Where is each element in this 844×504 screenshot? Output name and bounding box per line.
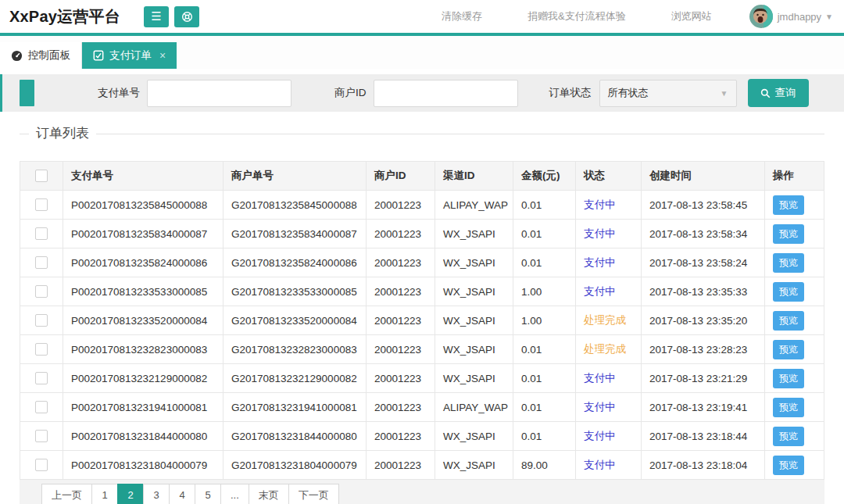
select-all-checkbox[interactable] (35, 170, 48, 182)
order-status-select[interactable]: 所有状态 ▼ (599, 80, 737, 107)
col-mch-id: 商户ID (367, 162, 435, 191)
sidebar-toggle-button[interactable]: ☰ (144, 6, 169, 27)
table-row: P0020170813235834000087 G201708132358340… (20, 220, 824, 248)
amount-cell: 0.01 (513, 220, 576, 248)
section-title: 订单列表 (29, 124, 96, 142)
created-at-cell: 2017-08-13 23:19:41 (642, 393, 765, 422)
mch-order-no-cell: G20170813235824000086 (224, 248, 367, 277)
amount-cell: 1.00 (513, 306, 576, 335)
amount-cell: 89.00 (513, 451, 576, 480)
pagination-button[interactable]: 3 (143, 484, 170, 504)
status-text: 支付中 (584, 227, 616, 239)
preview-button[interactable]: 预览 (773, 311, 804, 331)
preview-button[interactable]: 预览 (773, 427, 804, 446)
tab-payment-orders[interactable]: 支付订单 × (82, 42, 177, 69)
row-checkbox[interactable] (35, 198, 48, 211)
topbar: XxPay运营平台 ☰ 清除缓存 捐赠我&支付流程体验 浏览网站 (0, 0, 844, 33)
col-created-at: 创建时间 (642, 162, 765, 191)
preview-button[interactable]: 预览 (773, 340, 804, 359)
merchant-id-input[interactable] (374, 80, 518, 107)
order-status-label: 订单状态 (549, 86, 592, 100)
row-checkbox[interactable] (35, 227, 48, 240)
pagination-button[interactable]: 1 (91, 484, 118, 504)
row-checkbox[interactable] (35, 314, 48, 327)
pagination-button[interactable]: 末页 (249, 484, 289, 504)
topbar-right: 清除缓存 捐赠我&支付流程体验 浏览网站 jmdhappy ▼ (442, 5, 833, 28)
caret-down-icon: ▼ (825, 13, 833, 21)
mch-order-no-cell: G20170813231941000081 (224, 393, 367, 422)
pagination-button[interactable]: 5 (195, 484, 221, 504)
preview-button[interactable]: 预览 (773, 224, 804, 244)
pagination-button[interactable]: 2 (117, 484, 144, 504)
search-button-label: 查询 (775, 86, 796, 100)
row-checkbox[interactable] (35, 256, 48, 269)
preview-button[interactable]: 预览 (773, 369, 804, 388)
preview-button[interactable]: 预览 (773, 456, 804, 475)
help-button[interactable] (174, 6, 199, 27)
row-checkbox[interactable] (35, 372, 48, 384)
user-menu[interactable]: jmdhappy ▼ (749, 5, 833, 28)
legend-rule (20, 134, 824, 134)
mch-order-no-cell: G20170813235845000088 (224, 191, 367, 220)
nav-donate[interactable]: 捐赠我&支付流程体验 (528, 9, 626, 23)
tab-label: 控制面板 (28, 48, 70, 63)
merchant-id-label: 商户ID (334, 86, 367, 100)
channel-id-cell: WX_JSAPI (435, 335, 513, 364)
close-icon[interactable]: × (159, 49, 166, 62)
preview-button[interactable]: 预览 (773, 282, 804, 302)
pay-order-no-cell: P0020170813235834000087 (63, 220, 224, 248)
pay-order-no-cell: P0020170813233533000085 (63, 277, 224, 306)
channel-id-cell: ALIPAY_WAP (435, 393, 513, 422)
status-text: 支付中 (584, 430, 616, 441)
pagination-button[interactable]: 下一页 (288, 484, 339, 504)
table-row: P0020170813233520000084 G201708132335200… (20, 306, 824, 335)
pay-order-no-input[interactable] (147, 80, 291, 107)
status-text: 支付中 (584, 459, 616, 470)
channel-id-cell: WX_JSAPI (435, 277, 513, 306)
mch-id-cell: 20001223 (367, 422, 435, 451)
nav-clear-cache[interactable]: 清除缓存 (442, 9, 482, 23)
table-row: P0020170813232129000082 G201708132321290… (20, 364, 824, 393)
preview-button[interactable]: 预览 (773, 253, 804, 273)
search-button[interactable]: 查询 (748, 79, 809, 107)
pagination-button[interactable]: 上一页 (41, 484, 92, 504)
row-checkbox[interactable] (35, 459, 48, 471)
pagination-button[interactable]: 4 (169, 484, 195, 504)
amount-cell: 0.01 (513, 191, 576, 220)
mch-order-no-cell: G20170813233520000084 (224, 306, 367, 335)
mch-order-no-cell: G20170813233533000085 (224, 277, 367, 306)
mch-order-no-cell: G20170813232129000082 (224, 364, 367, 393)
mch-order-no-cell: G20170813232823000083 (224, 335, 367, 364)
avatar (749, 5, 773, 28)
preview-button[interactable]: 预览 (773, 398, 804, 417)
channel-id-cell: WX_JSAPI (435, 220, 513, 248)
pagination-button[interactable]: ... (220, 484, 249, 504)
created-at-cell: 2017-08-13 23:58:34 (642, 220, 765, 248)
mch-id-cell: 20001223 (367, 393, 435, 422)
status-text: 处理完成 (584, 343, 626, 355)
status-text: 支付中 (584, 256, 616, 268)
row-checkbox[interactable] (35, 430, 48, 442)
preview-button[interactable]: 预览 (773, 195, 804, 215)
col-status: 状态 (576, 162, 642, 191)
channel-id-cell: ALIPAY_WAP (435, 191, 513, 220)
col-mch-order-no: 商户单号 (224, 162, 367, 191)
pay-order-no-cell: P0020170813235824000086 (63, 248, 224, 277)
tab-dashboard[interactable]: 控制面板 (0, 42, 82, 69)
created-at-cell: 2017-08-13 23:18:44 (642, 422, 765, 451)
created-at-cell: 2017-08-13 23:58:24 (642, 248, 765, 277)
row-checkbox[interactable] (35, 343, 48, 356)
row-checkbox[interactable] (35, 401, 48, 413)
status-text: 支付中 (584, 372, 616, 384)
nav-browse-site[interactable]: 浏览网站 (671, 9, 712, 23)
table-body: P0020170813235845000088 G201708132358450… (20, 191, 824, 480)
mch-id-cell: 20001223 (367, 306, 435, 335)
channel-id-cell: WX_JSAPI (435, 364, 513, 393)
tab-bar: 控制面板 支付订单 × (0, 36, 844, 69)
mch-order-no-cell: G20170813231804000079 (224, 451, 367, 480)
created-at-cell: 2017-08-13 23:58:45 (642, 191, 765, 220)
amount-cell: 0.01 (513, 422, 576, 451)
amount-cell: 0.01 (513, 393, 576, 422)
row-checkbox[interactable] (35, 285, 48, 298)
created-at-cell: 2017-08-13 23:21:29 (642, 364, 765, 393)
